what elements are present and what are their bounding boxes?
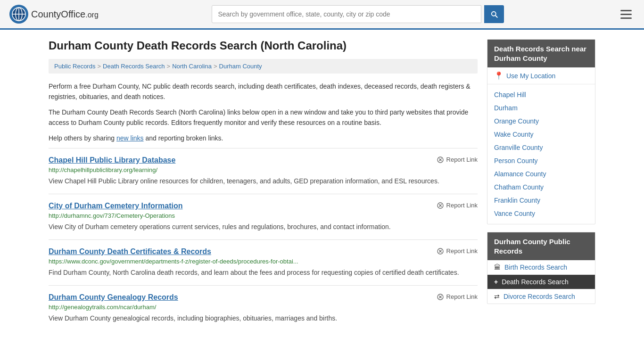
result-title-3[interactable]: Durham County Genealogy Records (49, 293, 178, 302)
nearby-link-3[interactable]: Wake County (487, 128, 595, 141)
result-header: Durham County Death Certificates & Recor… (49, 247, 478, 256)
nearby-link-7[interactable]: Chatham County (487, 181, 595, 194)
result-url-1[interactable]: http://durhamnc.gov/737/Cemetery-Operati… (49, 212, 478, 219)
public-records-icon-1: + (494, 278, 498, 286)
result-header: Durham County Genealogy Records Report L… (49, 293, 478, 302)
result-item: Chapel Hill Public Library Database Repo… (49, 148, 478, 194)
report-link-3[interactable]: Report Link (437, 293, 478, 301)
result-header: City of Durham Cemetery Information Repo… (49, 202, 478, 210)
menu-line-2 (620, 14, 632, 15)
nearby-link-2[interactable]: Orange County (487, 115, 595, 128)
public-records-item-0[interactable]: 🏛 Birth Records Search (487, 260, 595, 275)
nearby-link-0[interactable]: Chapel Hill (487, 88, 595, 101)
nearby-item[interactable]: Granville County (487, 141, 595, 154)
public-records-section: Durham County Public Records 🏛 Birth Rec… (487, 232, 595, 304)
logo-icon (9, 5, 28, 24)
breadcrumb-sep-1: > (97, 63, 101, 70)
result-title-1[interactable]: City of Durham Cemetery Information (49, 202, 182, 210)
result-title-2[interactable]: Durham County Death Certificates & Recor… (49, 247, 211, 256)
main-content: Durham County Death Records Search (Nort… (49, 39, 478, 331)
nearby-section: Death Records Search near Durham County … (487, 39, 595, 224)
sidebar: Death Records Search near Durham County … (487, 39, 595, 331)
site-header: CountyOffice.org (0, 0, 644, 30)
description-2: The Durham County Death Records Search (… (49, 107, 478, 128)
nearby-link-1[interactable]: Durham (487, 101, 595, 115)
nearby-header: Death Records Search near Durham County (487, 40, 595, 67)
breadcrumb-sep-3: > (214, 63, 217, 70)
report-icon-0 (437, 156, 444, 164)
result-url-0[interactable]: http://chapelhillpubliclibrary.org/learn… (49, 166, 478, 173)
result-url-2[interactable]: https://www.dconc.gov/government/departm… (49, 258, 478, 265)
nearby-link-4[interactable]: Granville County (487, 141, 595, 154)
nearby-item[interactable]: Orange County (487, 115, 595, 128)
page-title: Durham County Death Records Search (Nort… (49, 39, 478, 52)
nearby-item[interactable]: Chatham County (487, 181, 595, 194)
nearby-link-8[interactable]: Franklin County (487, 194, 595, 207)
location-icon: 📍 (494, 71, 504, 80)
results-list: Chapel Hill Public Library Database Repo… (49, 148, 478, 331)
use-location-button[interactable]: 📍 Use My Location (487, 67, 595, 84)
nearby-item[interactable]: Alamance County (487, 167, 595, 181)
nearby-link-5[interactable]: Person County (487, 154, 595, 167)
nearby-link-6[interactable]: Alamance County (487, 167, 595, 181)
search-icon (490, 10, 498, 18)
result-url-3[interactable]: http://genealogytrails.com/ncar/durham/ (49, 304, 478, 311)
nearby-links-list: Chapel HillDurhamOrange CountyWake Count… (487, 84, 595, 224)
nearby-link-9[interactable]: Vance County (487, 207, 595, 220)
menu-line-1 (620, 10, 632, 11)
result-desc-3: View Durham County genealogical records,… (49, 313, 478, 323)
result-desc-1: View City of Durham cemetery operations … (49, 222, 478, 232)
menu-line-3 (620, 17, 632, 19)
report-icon-1 (437, 202, 444, 209)
nearby-item[interactable]: Wake County (487, 128, 595, 141)
nearby-item[interactable]: Franklin County (487, 194, 595, 207)
public-records-list: 🏛 Birth Records Search + Death Records S… (487, 260, 595, 304)
breadcrumb-north-carolina[interactable]: North Carolina (172, 63, 212, 70)
public-records-item-2[interactable]: ⇄ Divorce Records Search (487, 289, 595, 304)
report-icon-3 (437, 293, 444, 301)
result-header: Chapel Hill Public Library Database Repo… (49, 156, 478, 165)
breadcrumb-durham-county[interactable]: Durham County (219, 63, 262, 70)
public-records-icon-2: ⇄ (494, 293, 500, 300)
nearby-item[interactable]: Person County (487, 154, 595, 167)
description-3: Help others by sharing new links and rep… (49, 133, 478, 143)
report-link-2[interactable]: Report Link (437, 247, 478, 255)
logo[interactable]: CountyOffice.org (9, 5, 99, 24)
menu-button[interactable] (618, 7, 635, 22)
nearby-item[interactable]: Chapel Hill (487, 88, 595, 101)
nearby-item[interactable]: Durham (487, 101, 595, 115)
result-item: Durham County Death Certificates & Recor… (49, 239, 478, 285)
report-link-1[interactable]: Report Link (437, 202, 478, 209)
search-button[interactable] (484, 5, 504, 23)
main-container: Durham County Death Records Search (Nort… (39, 30, 605, 331)
logo-text: CountyOffice.org (31, 9, 99, 20)
public-records-item-1[interactable]: + Death Records Search (487, 275, 595, 289)
result-title-0[interactable]: Chapel Hill Public Library Database (49, 156, 175, 165)
public-records-link-0[interactable]: Birth Records Search (504, 263, 567, 271)
result-item: Durham County Genealogy Records Report L… (49, 285, 478, 331)
breadcrumb: Public Records > Death Records Search > … (49, 59, 478, 74)
search-area (212, 5, 504, 23)
nearby-item[interactable]: Vance County (487, 207, 595, 220)
result-item: City of Durham Cemetery Information Repo… (49, 194, 478, 239)
public-records-link-2[interactable]: Divorce Records Search (504, 293, 575, 300)
result-desc-0: View Chapel Hill Public Library online r… (49, 176, 478, 186)
report-link-0[interactable]: Report Link (437, 156, 478, 164)
breadcrumb-sep-2: > (167, 63, 171, 70)
report-icon-2 (437, 247, 444, 255)
breadcrumb-death-records[interactable]: Death Records Search (103, 63, 165, 70)
public-records-header: Durham County Public Records (487, 232, 595, 260)
new-links-link[interactable]: new links (116, 134, 144, 142)
public-records-link-1[interactable]: Death Records Search (502, 278, 569, 286)
breadcrumb-public-records[interactable]: Public Records (54, 63, 95, 70)
search-input[interactable] (212, 5, 481, 23)
description-1: Perform a free Durham County, NC public … (49, 81, 478, 102)
public-records-icon-0: 🏛 (494, 263, 501, 271)
result-desc-2: Find Durham County, North Carolina death… (49, 268, 478, 278)
